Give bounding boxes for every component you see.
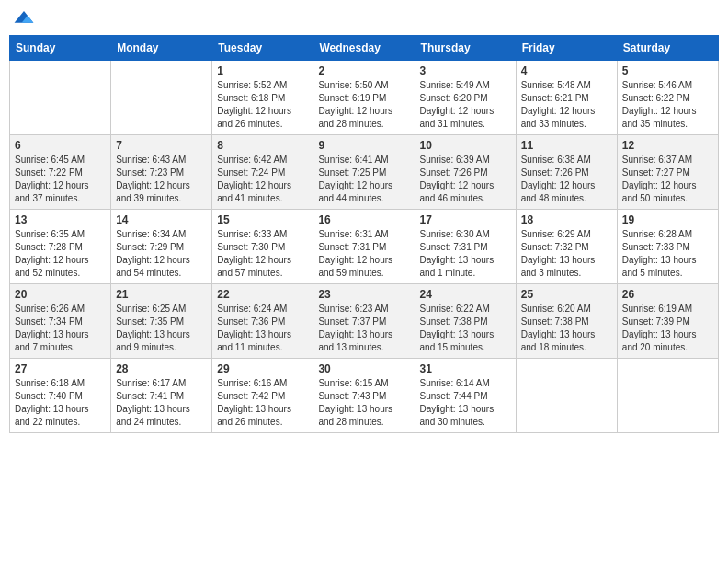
day-number: 31 bbox=[420, 362, 511, 375]
day-info: Sunrise: 6:41 AM Sunset: 7:25 PM Dayligh… bbox=[318, 154, 409, 205]
calendar-cell: 12Sunrise: 6:37 AM Sunset: 7:27 PM Dayli… bbox=[617, 135, 718, 210]
day-number: 21 bbox=[116, 288, 207, 301]
day-number: 25 bbox=[521, 288, 612, 301]
calendar-cell: 27Sunrise: 6:18 AM Sunset: 7:40 PM Dayli… bbox=[10, 359, 111, 433]
day-number: 17 bbox=[420, 213, 511, 226]
calendar-cell: 29Sunrise: 6:16 AM Sunset: 7:42 PM Dayli… bbox=[212, 359, 313, 433]
col-thursday: Thursday bbox=[415, 36, 516, 61]
calendar-week-row: 13Sunrise: 6:35 AM Sunset: 7:28 PM Dayli… bbox=[10, 210, 719, 284]
day-number: 22 bbox=[217, 288, 308, 301]
logo-icon bbox=[13, 9, 35, 28]
day-info: Sunrise: 6:42 AM Sunset: 7:24 PM Dayligh… bbox=[217, 154, 308, 205]
day-info: Sunrise: 6:39 AM Sunset: 7:26 PM Dayligh… bbox=[420, 154, 511, 205]
day-number: 20 bbox=[15, 288, 106, 301]
calendar-cell: 11Sunrise: 6:38 AM Sunset: 7:26 PM Dayli… bbox=[516, 135, 617, 210]
calendar-week-row: 1Sunrise: 5:52 AM Sunset: 6:18 PM Daylig… bbox=[10, 61, 719, 135]
day-info: Sunrise: 5:48 AM Sunset: 6:21 PM Dayligh… bbox=[521, 79, 612, 131]
day-number: 19 bbox=[622, 213, 713, 226]
day-info: Sunrise: 5:46 AM Sunset: 6:22 PM Dayligh… bbox=[622, 79, 713, 131]
calendar-cell: 7Sunrise: 6:43 AM Sunset: 7:23 PM Daylig… bbox=[111, 135, 212, 210]
day-info: Sunrise: 6:25 AM Sunset: 7:35 PM Dayligh… bbox=[116, 303, 207, 354]
calendar-cell: 15Sunrise: 6:33 AM Sunset: 7:30 PM Dayli… bbox=[212, 210, 313, 284]
day-number: 27 bbox=[15, 362, 106, 375]
col-tuesday: Tuesday bbox=[212, 36, 313, 61]
calendar-header-row: Sunday Monday Tuesday Wednesday Thursday… bbox=[10, 36, 719, 61]
day-info: Sunrise: 6:28 AM Sunset: 7:33 PM Dayligh… bbox=[622, 228, 713, 280]
day-info: Sunrise: 6:14 AM Sunset: 7:44 PM Dayligh… bbox=[420, 377, 511, 429]
calendar-cell bbox=[516, 359, 617, 433]
day-info: Sunrise: 6:35 AM Sunset: 7:28 PM Dayligh… bbox=[15, 228, 106, 280]
calendar-cell: 24Sunrise: 6:22 AM Sunset: 7:38 PM Dayli… bbox=[415, 284, 516, 359]
col-monday: Monday bbox=[111, 36, 212, 61]
day-number: 8 bbox=[217, 139, 308, 152]
calendar-table: Sunday Monday Tuesday Wednesday Thursday… bbox=[9, 35, 719, 433]
day-info: Sunrise: 6:22 AM Sunset: 7:38 PM Dayligh… bbox=[420, 303, 511, 354]
day-info: Sunrise: 6:26 AM Sunset: 7:34 PM Dayligh… bbox=[15, 303, 106, 354]
calendar-cell: 10Sunrise: 6:39 AM Sunset: 7:26 PM Dayli… bbox=[415, 135, 516, 210]
day-info: Sunrise: 6:16 AM Sunset: 7:42 PM Dayligh… bbox=[217, 377, 308, 429]
calendar-cell bbox=[10, 61, 111, 135]
day-number: 29 bbox=[217, 362, 308, 375]
day-number: 14 bbox=[116, 213, 207, 226]
col-sunday: Sunday bbox=[10, 36, 111, 61]
col-friday: Friday bbox=[516, 36, 617, 61]
calendar-week-row: 27Sunrise: 6:18 AM Sunset: 7:40 PM Dayli… bbox=[10, 359, 719, 433]
calendar-cell: 23Sunrise: 6:23 AM Sunset: 7:37 PM Dayli… bbox=[313, 284, 415, 359]
day-number: 30 bbox=[318, 362, 409, 375]
calendar-cell: 2Sunrise: 5:50 AM Sunset: 6:19 PM Daylig… bbox=[313, 61, 415, 135]
calendar-cell: 26Sunrise: 6:19 AM Sunset: 7:39 PM Dayli… bbox=[617, 284, 718, 359]
day-number: 5 bbox=[622, 64, 713, 77]
calendar-cell: 22Sunrise: 6:24 AM Sunset: 7:36 PM Dayli… bbox=[212, 284, 313, 359]
calendar-cell: 20Sunrise: 6:26 AM Sunset: 7:34 PM Dayli… bbox=[10, 284, 111, 359]
day-number: 1 bbox=[217, 64, 308, 77]
day-info: Sunrise: 6:17 AM Sunset: 7:41 PM Dayligh… bbox=[116, 377, 207, 429]
day-info: Sunrise: 6:30 AM Sunset: 7:31 PM Dayligh… bbox=[420, 228, 511, 280]
day-number: 10 bbox=[420, 139, 511, 152]
day-number: 16 bbox=[318, 213, 409, 226]
calendar-cell: 28Sunrise: 6:17 AM Sunset: 7:41 PM Dayli… bbox=[111, 359, 212, 433]
day-info: Sunrise: 6:37 AM Sunset: 7:27 PM Dayligh… bbox=[622, 154, 713, 205]
day-info: Sunrise: 5:49 AM Sunset: 6:20 PM Dayligh… bbox=[420, 79, 511, 131]
day-info: Sunrise: 6:18 AM Sunset: 7:40 PM Dayligh… bbox=[15, 377, 106, 429]
day-number: 13 bbox=[15, 213, 106, 226]
day-number: 28 bbox=[116, 362, 207, 375]
calendar-cell: 18Sunrise: 6:29 AM Sunset: 7:32 PM Dayli… bbox=[516, 210, 617, 284]
day-number: 2 bbox=[318, 64, 409, 77]
calendar-cell: 16Sunrise: 6:31 AM Sunset: 7:31 PM Dayli… bbox=[313, 210, 415, 284]
day-number: 6 bbox=[15, 139, 106, 152]
day-info: Sunrise: 6:29 AM Sunset: 7:32 PM Dayligh… bbox=[521, 228, 612, 280]
calendar-cell bbox=[617, 359, 718, 433]
calendar-cell: 9Sunrise: 6:41 AM Sunset: 7:25 PM Daylig… bbox=[313, 135, 415, 210]
day-number: 12 bbox=[622, 139, 713, 152]
day-number: 9 bbox=[318, 139, 409, 152]
col-wednesday: Wednesday bbox=[313, 36, 415, 61]
calendar-cell: 5Sunrise: 5:46 AM Sunset: 6:22 PM Daylig… bbox=[617, 61, 718, 135]
logo bbox=[13, 9, 39, 28]
day-number: 24 bbox=[420, 288, 511, 301]
calendar-cell: 19Sunrise: 6:28 AM Sunset: 7:33 PM Dayli… bbox=[617, 210, 718, 284]
day-number: 26 bbox=[622, 288, 713, 301]
day-info: Sunrise: 6:20 AM Sunset: 7:38 PM Dayligh… bbox=[521, 303, 612, 354]
calendar-cell: 21Sunrise: 6:25 AM Sunset: 7:35 PM Dayli… bbox=[111, 284, 212, 359]
day-number: 4 bbox=[521, 64, 612, 77]
day-number: 11 bbox=[521, 139, 612, 152]
day-info: Sunrise: 6:24 AM Sunset: 7:36 PM Dayligh… bbox=[217, 303, 308, 354]
calendar-cell bbox=[111, 61, 212, 135]
day-info: Sunrise: 6:45 AM Sunset: 7:22 PM Dayligh… bbox=[15, 154, 106, 205]
calendar-week-row: 20Sunrise: 6:26 AM Sunset: 7:34 PM Dayli… bbox=[10, 284, 719, 359]
calendar-cell: 3Sunrise: 5:49 AM Sunset: 6:20 PM Daylig… bbox=[415, 61, 516, 135]
day-number: 18 bbox=[521, 213, 612, 226]
day-info: Sunrise: 6:34 AM Sunset: 7:29 PM Dayligh… bbox=[116, 228, 207, 280]
col-saturday: Saturday bbox=[617, 36, 718, 61]
day-info: Sunrise: 6:33 AM Sunset: 7:30 PM Dayligh… bbox=[217, 228, 308, 280]
calendar-cell: 30Sunrise: 6:15 AM Sunset: 7:43 PM Dayli… bbox=[313, 359, 415, 433]
calendar-cell: 8Sunrise: 6:42 AM Sunset: 7:24 PM Daylig… bbox=[212, 135, 313, 210]
day-info: Sunrise: 6:43 AM Sunset: 7:23 PM Dayligh… bbox=[116, 154, 207, 205]
day-info: Sunrise: 6:31 AM Sunset: 7:31 PM Dayligh… bbox=[318, 228, 409, 280]
calendar-cell: 4Sunrise: 5:48 AM Sunset: 6:21 PM Daylig… bbox=[516, 61, 617, 135]
page-header bbox=[9, 9, 719, 28]
calendar-cell: 13Sunrise: 6:35 AM Sunset: 7:28 PM Dayli… bbox=[10, 210, 111, 284]
calendar-cell: 1Sunrise: 5:52 AM Sunset: 6:18 PM Daylig… bbox=[212, 61, 313, 135]
day-info: Sunrise: 5:52 AM Sunset: 6:18 PM Dayligh… bbox=[217, 79, 308, 131]
calendar-cell: 17Sunrise: 6:30 AM Sunset: 7:31 PM Dayli… bbox=[415, 210, 516, 284]
